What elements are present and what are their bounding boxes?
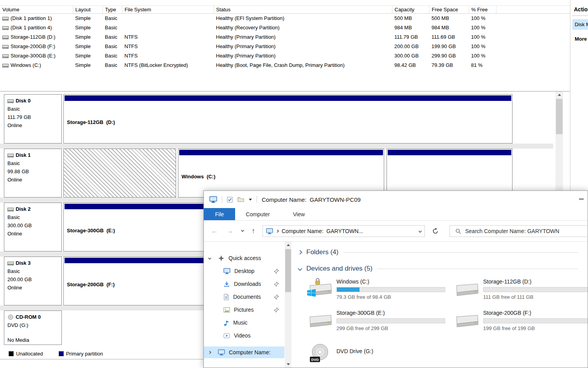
chevron-right-icon[interactable]: [298, 250, 302, 254]
group-devices[interactable]: Devices and drives (5): [298, 264, 588, 274]
search-box[interactable]: Search Computer Name: GARYTOWN: [450, 225, 588, 237]
forward-button[interactable]: →: [227, 226, 234, 235]
primary-partition-bar: [388, 150, 511, 155]
drive-tile-windows-c[interactable]: Windows (C:) 79.3 GB free of 98.4 GB: [307, 278, 448, 303]
minimize-button[interactable]: [579, 199, 584, 199]
volume-row[interactable]: Windows (C:) Simple Basic NTFS (BitLocke…: [0, 61, 570, 70]
search-input[interactable]: Search Computer Name: GARYTOWN: [465, 228, 559, 234]
tab-view[interactable]: View: [288, 208, 310, 220]
disk-icon: [7, 99, 14, 103]
pin-icon: [274, 269, 279, 274]
ribbon-tabs: File Computer View: [204, 208, 588, 221]
col-volume[interactable]: Volume: [0, 6, 73, 14]
actions-item-more-actions[interactable]: More Actions: [572, 36, 588, 42]
explorer-titlebar[interactable]: Computer Name: GARYTOWN-PC09: [204, 191, 588, 208]
sidebar-item-music[interactable]: Music: [204, 317, 284, 329]
disk-label[interactable]: Disk 1 Basic 99.88 GB Online: [4, 149, 62, 197]
row-separator: [0, 144, 553, 149]
volume-icon: [2, 16, 9, 21]
sidebar-item-downloads[interactable]: Downloads: [204, 278, 284, 290]
sidebar-item-documents[interactable]: Documents: [204, 291, 284, 303]
drive-tile-storage-200gb[interactable]: Storage-200GB (F:) 199 GB free of 199 GB: [453, 309, 588, 335]
volume-row[interactable]: Storage-200GB (F:) Simple Basic NTFS Hea…: [0, 42, 570, 51]
quick-access-icon: [218, 255, 225, 262]
drive-tile-storage-112gb[interactable]: Storage-112GB (D:) 111 GB free of 111 GB: [453, 278, 588, 303]
partition[interactable]: Storage-112GB (D:) 111.79 GB NTFS Health…: [63, 94, 512, 144]
volume-table-header: Volume Layout Type File System Status Ca…: [0, 6, 570, 14]
volume-icon: [2, 63, 9, 68]
sidebar-scrollbar[interactable]: [285, 242, 291, 368]
partition-efi[interactable]: 500 MB Healthy (EFI System Partition): [63, 149, 176, 197]
sidebar-item-pictures[interactable]: Pictures: [204, 304, 284, 316]
drive-tile-dvd[interactable]: DVD DVD Drive (G:): [307, 343, 448, 368]
tab-file[interactable]: File: [204, 208, 235, 220]
col-type[interactable]: Type: [102, 6, 122, 14]
col-pct-free[interactable]: % Free: [469, 6, 496, 14]
back-button[interactable]: ←: [211, 226, 218, 235]
chevron-down-icon[interactable]: [208, 257, 211, 260]
checkbox-icon[interactable]: [227, 197, 233, 203]
actions-item-disk-management[interactable]: Disk Management: [572, 19, 588, 30]
svg-text:DVD: DVD: [311, 358, 319, 362]
recent-locations-icon[interactable]: [241, 229, 244, 232]
refresh-icon[interactable]: [432, 228, 439, 235]
breadcrumb: Computer Name: GARYTOWN...: [282, 228, 416, 234]
sidebar-item-videos[interactable]: Videos: [204, 330, 284, 341]
legend: Unallocated Primary partition: [9, 351, 103, 357]
pin-icon: [274, 282, 279, 287]
music-icon: [223, 320, 229, 326]
sidebar-item-desktop[interactable]: Desktop: [204, 265, 284, 277]
col-file-system[interactable]: File System: [122, 6, 214, 14]
window-title: Computer Name: GARYTOWN-PC09: [262, 196, 361, 203]
scrollbar-thumb[interactable]: [285, 249, 291, 292]
volume-icon: [2, 44, 9, 49]
capacity-bar: [336, 287, 445, 292]
address-dropdown-icon[interactable]: [419, 230, 422, 233]
disk-icon: [7, 207, 14, 212]
breadcrumb-chevron-icon[interactable]: [276, 230, 279, 233]
sidebar-item-computer[interactable]: Computer Name:: [204, 346, 284, 358]
address-toolbar: ← → ↑ Computer Name: GARYTOWN... Search …: [204, 221, 588, 242]
sidebar-quick-access[interactable]: Quick access: [204, 252, 284, 264]
cdrom-label[interactable]: CD-ROM 0 DVD (G:) No Media: [4, 311, 62, 345]
volume-row[interactable]: Storage-112GB (D:) Simple Basic NTFS Hea…: [0, 32, 570, 42]
videos-icon: [223, 333, 230, 338]
content-pane: Folders (4) Devices and drives (5): [294, 242, 588, 368]
folder-icon[interactable]: [237, 197, 244, 202]
navigation-pane: Quick access Desktop Downloads Documents: [204, 242, 284, 368]
desktop-icon: [223, 268, 230, 274]
drive-tile-storage-300gb[interactable]: Storage-300GB (E:) 299 GB free of 299 GB: [307, 309, 448, 335]
scroll-up-icon[interactable]: [556, 92, 563, 98]
screen: Volume Layout Type File System Status Ca…: [0, 0, 588, 368]
computer-icon: [266, 228, 273, 234]
chevron-right-icon[interactable]: [208, 351, 211, 354]
divider: [222, 196, 222, 203]
computer-icon: [218, 349, 225, 355]
group-folders[interactable]: Folders (4): [298, 247, 588, 257]
col-layout[interactable]: Layout: [73, 6, 102, 14]
disk-label[interactable]: Disk 3 Basic 200.00 GB Online: [4, 257, 62, 305]
scrollbar-thumb[interactable]: [556, 99, 563, 134]
qat-dropdown-icon[interactable]: [249, 199, 252, 201]
scroll-down-icon[interactable]: [285, 361, 291, 368]
disk-label[interactable]: Disk 2 Basic 300.00 GB Online: [4, 203, 62, 251]
disk-label[interactable]: Disk 0 Basic 111.79 GB Online: [4, 94, 62, 144]
volume-row[interactable]: Storage-300GB (E:) Simple Basic NTFS Hea…: [0, 51, 570, 61]
volume-row[interactable]: (Disk 1 partition 4) Simple Basic Health…: [0, 23, 570, 32]
col-capacity[interactable]: Capacity: [392, 6, 429, 14]
scroll-up-icon[interactable]: [285, 242, 291, 248]
capacity-bar: [336, 318, 445, 323]
volume-row[interactable]: (Disk 1 partition 1) Simple Basic Health…: [0, 14, 570, 23]
disk-icon: [7, 261, 14, 266]
pictures-icon: [223, 307, 230, 313]
disk-icon: [7, 153, 14, 158]
cd-icon: [7, 314, 14, 320]
up-button[interactable]: ↑: [252, 226, 255, 235]
address-bar[interactable]: Computer Name: GARYTOWN...: [263, 225, 425, 237]
col-status[interactable]: Status: [214, 6, 392, 14]
col-free-space[interactable]: Free Space: [429, 6, 469, 14]
chevron-down-icon[interactable]: [298, 266, 302, 271]
primary-partition-swatch: [59, 351, 64, 356]
tab-computer[interactable]: Computer: [241, 208, 275, 220]
drive-icon: [453, 309, 479, 329]
